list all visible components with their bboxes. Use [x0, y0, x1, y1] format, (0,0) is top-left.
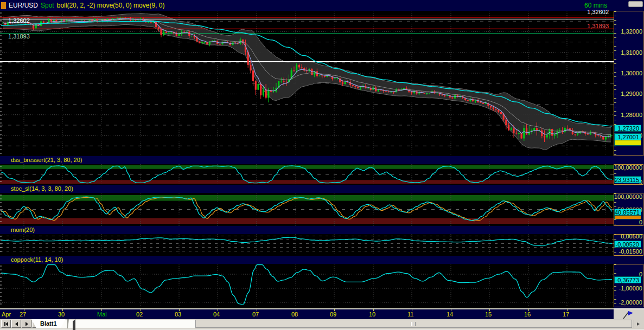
- indicator-value-box: 40,85571: [614, 209, 641, 216]
- panel-title: mom(20): [11, 227, 35, 233]
- panel-plot-mom[interactable]: [0, 234, 614, 256]
- prev-sheet-button[interactable]: [11, 320, 21, 328]
- tab-scroll-left-icon[interactable]: [73, 321, 75, 330]
- price-axis-label: 1,28000: [621, 112, 642, 118]
- price-level-label-right: 1,31893: [564, 23, 609, 29]
- price-axis-label: 1,30000: [621, 70, 642, 76]
- indicator-axis-label: 0: [639, 219, 642, 225]
- indicator-axis-label: 100,00000: [614, 165, 642, 171]
- time-axis-tick: [257, 309, 257, 311]
- time-axis-tick: [24, 309, 24, 311]
- scrollbar-grip[interactable]: [411, 322, 416, 326]
- indicator-axis-label: 100,00000: [614, 194, 642, 200]
- time-axis-label: 14: [447, 312, 453, 318]
- sheet-tab-label: Blatt1: [40, 320, 57, 327]
- time-axis-tick: [567, 309, 568, 311]
- current-value-box: 1,27320: [614, 125, 641, 132]
- panel-plot-dss[interactable]: [0, 164, 614, 185]
- time-axis-tick: [62, 309, 63, 311]
- next-sheet-button[interactable]: [22, 320, 31, 328]
- panel-header-mom: mom(20): [0, 226, 644, 234]
- indicator-axis-label: -2,00000: [619, 300, 642, 306]
- scroll-right-button[interactable]: [634, 320, 642, 328]
- sheet-tab-blatt1[interactable]: Blatt1: [31, 319, 66, 328]
- indicator-value-box: -0,00520: [614, 241, 641, 248]
- time-axis-tick: [412, 309, 412, 311]
- price-axis-label: 1,31000: [621, 50, 642, 56]
- time-axis-tick: [528, 309, 529, 311]
- time-axis-label: 30: [58, 312, 65, 318]
- indicator-value-box: -0,36773: [614, 276, 641, 283]
- instrument-market: Spot: [41, 2, 54, 9]
- panel-header-dss: dss_bressert(21, 3, 80, 20): [0, 156, 644, 164]
- panel-plot-cop[interactable]: [0, 264, 614, 307]
- time-axis-label: Apr: [2, 312, 11, 318]
- timeframe-label: 60 mins: [584, 2, 607, 9]
- time-axis-tick: [141, 309, 141, 311]
- indicator-axis-label: -1,00000: [619, 286, 642, 292]
- time-axis-label: 03: [175, 312, 181, 318]
- time-axis-label: 02: [136, 312, 143, 318]
- panel-title: coppock(11, 14, 10): [11, 256, 63, 263]
- time-axis-tick: [218, 309, 218, 311]
- studies-label: boll(20, 2, -2) move(50, 0) move(9, 0): [57, 2, 165, 9]
- time-axis-tick: [334, 309, 335, 311]
- blue-flag-icon[interactable]: [621, 310, 636, 320]
- indicator-value-box: 23,93115: [614, 176, 641, 183]
- instrument-symbol: EUR/USD: [9, 2, 38, 9]
- panel-title: dss_bressert(21, 3, 80, 20): [11, 157, 82, 163]
- time-axis-tick: [489, 309, 490, 311]
- indicator-axis-label: 0,00500: [621, 234, 642, 240]
- price-axis-column[interactable]: 1,320001,310001,300001,290001,280001,270…: [614, 11, 644, 308]
- time-axis-label: 11: [407, 312, 413, 318]
- time-axis-tick: [101, 309, 102, 311]
- price-level-label-left: 1,32602: [8, 18, 30, 24]
- time-axis-label: 04: [213, 312, 220, 318]
- time-axis-tick: [373, 309, 374, 311]
- window-corner-box[interactable]: [628, 1, 643, 7]
- panel-title: stoc_sl(14, 3, 3, 80, 20): [11, 185, 73, 192]
- sheet-tab-bar: Blatt1: [0, 319, 644, 329]
- time-axis-label: 27: [20, 312, 26, 318]
- price-axis-label: 1,32000: [621, 29, 642, 35]
- time-axis-tick: [179, 309, 180, 311]
- axis-corner: [614, 308, 644, 319]
- chart-title-bar: EUR/USD Spot boll(20, 2, -2) move(50, 0)…: [0, 0, 644, 11]
- time-axis-label: 15: [485, 312, 492, 318]
- first-sheet-button[interactable]: [1, 320, 11, 328]
- time-axis-tick: [451, 309, 451, 311]
- time-axis-label: 10: [369, 312, 375, 318]
- time-axis-label: 08: [291, 312, 298, 318]
- time-axis-tick: [296, 309, 296, 311]
- panel-header-cop: coppock(11, 14, 10): [0, 256, 644, 264]
- price-level-label-right: 1,32602: [564, 9, 609, 15]
- current-value-box: 1,27001: [614, 133, 641, 140]
- panel-plot-stoc[interactable]: [0, 193, 614, 226]
- time-axis-label: Mai: [97, 312, 107, 318]
- main-price-chart[interactable]: [0, 11, 614, 156]
- time-axis-label: 16: [524, 312, 531, 318]
- trading-chart-window: EUR/USD Spot boll(20, 2, -2) move(50, 0)…: [0, 0, 644, 330]
- instrument-icon: [1, 2, 6, 9]
- price-axis-label: 1,29000: [621, 91, 642, 97]
- time-axis-label: 17: [563, 312, 569, 318]
- price-level-label-left: 1,31893: [8, 34, 30, 40]
- time-axis-label: 07: [252, 312, 259, 318]
- time-axis-label: 09: [330, 312, 336, 318]
- indicator-axis-label: -0,01500: [619, 249, 642, 255]
- time-axis[interactable]: Apr2730Mai020304070809101114151617: [0, 308, 614, 319]
- horizontal-scrollbar[interactable]: [195, 320, 632, 328]
- panel-header-stoc: stoc_sl(14, 3, 3, 80, 20): [0, 185, 644, 193]
